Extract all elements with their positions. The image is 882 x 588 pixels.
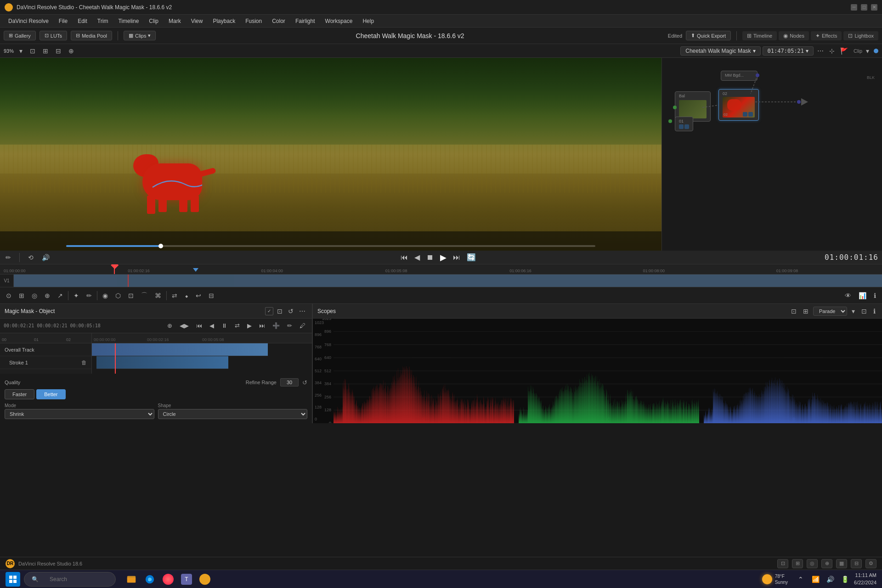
mm-stroke1-delete[interactable]: 🗑 (81, 359, 87, 366)
menu-fusion[interactable]: Fusion (241, 17, 266, 26)
tool-info[interactable]: ℹ (871, 291, 878, 301)
mm-skip-start[interactable]: ⏮ (193, 321, 205, 330)
quick-export-button[interactable]: ⬆ Quick Export (686, 31, 731, 40)
draw-tool[interactable]: ✏ (4, 253, 13, 262)
menu-file[interactable]: File (54, 17, 72, 26)
minimize-button[interactable]: ─ (851, 4, 857, 11)
clips-button[interactable]: ▦ Clips ▾ (124, 31, 156, 40)
mode-select[interactable]: Shrink (5, 409, 154, 419)
mm-skip-end[interactable]: ⏭ (256, 321, 268, 330)
clip-dropdown-btn[interactable]: ▾ (864, 46, 871, 56)
taskbar-app-edge[interactable] (141, 571, 158, 588)
tool-grid[interactable]: ⊞ (17, 291, 27, 301)
taskbar-clock[interactable]: 11:11 AM 6/22/2024 (854, 572, 876, 586)
taskbar-app-teams[interactable]: T (178, 571, 195, 588)
tab-effects[interactable]: ✦ Effects (811, 31, 842, 40)
status-icon-3[interactable]: ◎ (807, 559, 818, 568)
status-icon-4[interactable]: ⊕ (821, 559, 832, 568)
menu-color[interactable]: Color (267, 17, 290, 26)
viewer-progress-bar[interactable] (66, 245, 595, 247)
taskbar-app-explorer[interactable] (123, 571, 140, 588)
media-pool-button[interactable]: ⊟ Media Pool (71, 31, 112, 40)
tray-battery[interactable]: 🔋 (839, 574, 850, 585)
viewer-tool-4[interactable]: ⊕ (67, 46, 76, 56)
status-icon-1[interactable]: ⊡ (777, 559, 788, 568)
shape-select[interactable]: Circle (158, 409, 308, 419)
tab-timeline[interactable]: ⊞ Timeline (742, 31, 777, 40)
tray-network[interactable]: 📶 (810, 574, 821, 585)
status-icon-5[interactable]: ▦ (836, 559, 847, 568)
tool-crosshair[interactable]: ⊕ (42, 291, 52, 301)
faster-btn[interactable]: Faster (5, 389, 34, 399)
mm-in-out[interactable]: ◀▶ (177, 321, 192, 330)
tool-select[interactable]: ⊡ (126, 291, 136, 301)
mm-pen[interactable]: ✏ (284, 321, 295, 330)
tool-polygon[interactable]: ⬡ (113, 291, 123, 301)
tray-volume[interactable]: 🔊 (825, 574, 836, 585)
mm-prev[interactable]: ◀ (207, 321, 217, 330)
scopes-info[interactable]: ℹ (871, 307, 877, 316)
maximize-button[interactable]: □ (861, 4, 867, 11)
menu-clip[interactable]: Clip (144, 17, 163, 26)
scopes-fullscreen[interactable]: ⊡ (859, 307, 869, 316)
prev-frame[interactable]: ◀ (413, 253, 422, 262)
close-button[interactable]: ✕ (871, 4, 877, 11)
node-01[interactable]: 01 (675, 117, 693, 131)
menu-playback[interactable]: Playback (208, 17, 240, 26)
mm-timeline-area[interactable]: 00:00:00:00 00:00:02:16 00:00:05:08 (92, 333, 312, 374)
mm-overall-bar[interactable] (92, 343, 268, 356)
undo-btn[interactable]: ⟲ (26, 253, 35, 262)
tab-lightbox[interactable]: ⊡ Lightbox (843, 31, 878, 40)
mm-checkbox[interactable]: ✓ (265, 307, 273, 315)
mm-swap[interactable]: ⇄ (232, 321, 243, 330)
start-button[interactable] (6, 572, 20, 587)
scopes-mode-select[interactable]: Parade (813, 307, 847, 316)
mm-pause[interactable]: ⏸ (219, 321, 230, 330)
scopes-settings[interactable]: ⊡ (789, 307, 798, 316)
luts-button[interactable]: ⊡ LUTs (40, 31, 67, 40)
mm-play[interactable]: ▶ (244, 321, 254, 330)
tool-star[interactable]: ✦ (71, 291, 81, 301)
mm-brush[interactable]: 🖊 (297, 321, 308, 330)
gallery-button[interactable]: ⊞ Gallery (4, 31, 36, 40)
search-input[interactable] (42, 574, 107, 584)
play[interactable]: ▶ (438, 252, 448, 263)
tool-magic[interactable]: ⬥ (182, 291, 191, 301)
menu-help[interactable]: Help (358, 17, 379, 26)
menu-fairlight[interactable]: Fairlight (291, 17, 320, 26)
tool-bezier[interactable]: ⌒ (139, 290, 150, 301)
tool-circular[interactable]: ⊙ (4, 291, 14, 301)
node-02[interactable]: 02 02 (718, 89, 759, 121)
node-mm-bgd[interactable]: MM Bgd... (721, 71, 758, 81)
tool-circle[interactable]: ◉ (100, 291, 110, 301)
taskbar-search[interactable]: 🔍 (24, 572, 116, 587)
status-icon-7[interactable]: ⚙ (865, 559, 876, 568)
viewer-tool-1[interactable]: ⊡ (28, 46, 37, 56)
viewer-tool-3[interactable]: ⊟ (54, 46, 63, 56)
zoom-dropdown[interactable]: ▾ (17, 46, 24, 56)
mm-add2[interactable]: ➕ (270, 321, 283, 330)
mm-stroke1-bar[interactable] (96, 356, 228, 369)
better-btn[interactable]: Better (36, 389, 65, 399)
mm-add-btn[interactable]: ⊕ (164, 321, 175, 330)
scopes-expand[interactable]: ⊞ (801, 307, 810, 316)
tray-icon-1[interactable]: ⌃ (795, 574, 806, 585)
tool-pen[interactable]: ✏ (84, 291, 94, 301)
menu-workspace[interactable]: Workspace (321, 17, 357, 26)
tool-frame[interactable]: ⊟ (206, 291, 216, 301)
loop[interactable]: 🔄 (465, 253, 478, 262)
viewer-cursor[interactable]: ⊹ (827, 46, 837, 56)
tool-target[interactable]: ◎ (29, 291, 40, 301)
tool-arrow[interactable]: ↗ (55, 291, 65, 301)
mm-reset[interactable]: ↺ (286, 307, 295, 316)
refine-value[interactable]: 30 (280, 378, 299, 386)
clip-selector[interactable]: Cheetah Walk Magic Mask ▾ (680, 46, 760, 56)
menu-davinci[interactable]: DaVinci Resolve (4, 17, 53, 26)
mm-settings[interactable]: ⊡ (275, 307, 284, 316)
tab-nodes[interactable]: ◉ Nodes (779, 31, 809, 40)
timecode-display[interactable]: 01:47:05:21 ▾ (763, 46, 814, 56)
mm-overall-track[interactable]: Overall Track (0, 343, 91, 356)
skip-to-start[interactable]: ⏮ (399, 253, 410, 262)
mm-more[interactable]: ⋯ (297, 307, 307, 316)
status-icon-6[interactable]: ⊟ (851, 559, 862, 568)
